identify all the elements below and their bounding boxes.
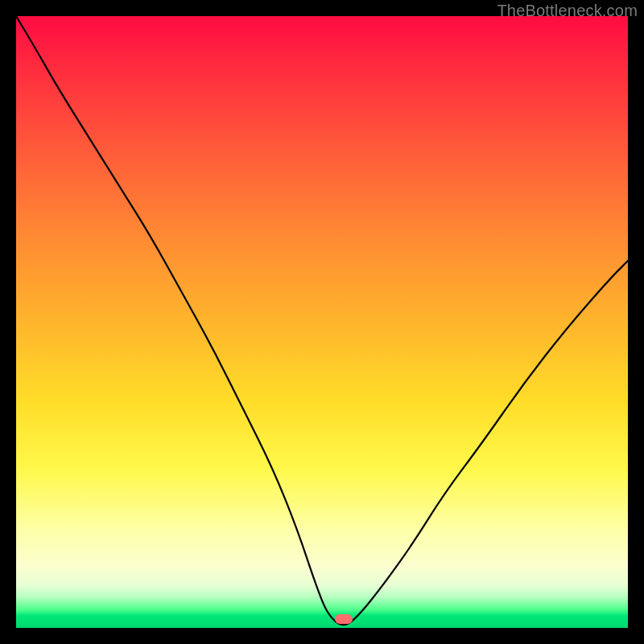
minimum-marker — [335, 614, 353, 624]
watermark-text: TheBottleneck.com — [497, 2, 638, 20]
curve-path — [16, 16, 628, 625]
plot-area — [16, 16, 628, 628]
bottleneck-curve — [16, 16, 628, 628]
chart-frame: TheBottleneck.com — [0, 0, 644, 644]
